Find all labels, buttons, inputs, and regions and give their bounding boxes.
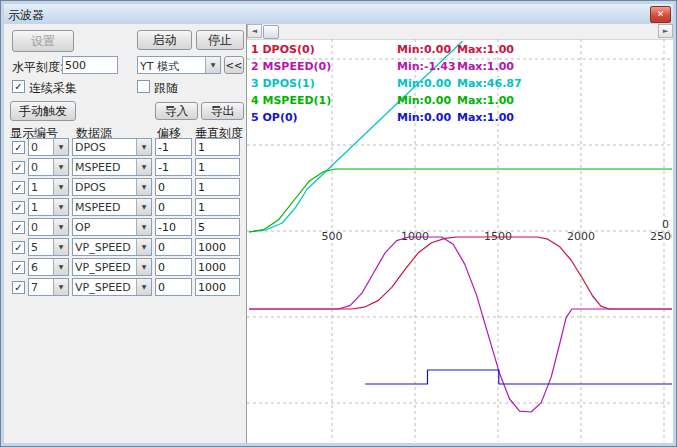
export-button[interactable]: 导出	[201, 102, 244, 120]
chevron-down-icon: ▼	[53, 199, 68, 215]
row-offset-input[interactable]	[155, 278, 192, 296]
row-number-select[interactable]: 0▼	[28, 218, 69, 236]
row-vscale-input[interactable]	[195, 278, 240, 296]
row-show-checkbox[interactable]: ✓	[12, 201, 25, 214]
row-vscale-input[interactable]	[195, 258, 240, 276]
stop-button[interactable]: 停止	[196, 30, 244, 50]
row-source-value: VP_SPEED	[75, 281, 131, 294]
legend-min: Min:0.00	[397, 111, 451, 124]
row-source-value: MSPEED	[75, 161, 120, 174]
row-offset-input[interactable]	[155, 178, 192, 196]
row-offset-input[interactable]	[155, 258, 192, 276]
chevron-down-icon: ▼	[136, 139, 151, 155]
row-show-checkbox[interactable]: ✓	[12, 221, 25, 234]
check-icon: ✓	[13, 142, 24, 153]
row-offset-input[interactable]	[155, 138, 192, 156]
checkbox-checked: ✓	[12, 80, 25, 93]
row-offset-input[interactable]	[155, 238, 192, 256]
row-source-select[interactable]: OP▼	[72, 218, 152, 236]
row-source-select[interactable]: MSPEED▼	[72, 198, 152, 216]
import-button[interactable]: 导入	[155, 102, 198, 120]
row-number-select[interactable]: 1▼	[28, 198, 69, 216]
row-offset-input[interactable]	[155, 218, 192, 236]
row-source-select[interactable]: DPOS▼	[72, 178, 152, 196]
legend-max: Max:1.00	[457, 43, 514, 56]
row-number-select[interactable]: 0▼	[28, 158, 69, 176]
legend-label: 5 OP(0)	[251, 111, 298, 124]
titlebar[interactable]: 示波器 ✕	[4, 4, 673, 24]
mode-value: YT 模式	[140, 59, 179, 74]
row-vscale-input[interactable]	[195, 138, 240, 156]
x-tick-label: 500	[322, 230, 343, 243]
row-show-checkbox[interactable]: ✓	[12, 181, 25, 194]
row-number-value: 7	[31, 281, 38, 294]
settings-button[interactable]: 设置	[12, 30, 74, 52]
row-number-value: 1	[31, 181, 38, 194]
scroll-left-button[interactable]: ◄	[247, 24, 262, 38]
row-number-select[interactable]: 0▼	[28, 138, 69, 156]
close-button[interactable]: ✕	[650, 6, 671, 23]
chevron-down-icon: ▼	[53, 179, 68, 195]
start-button[interactable]: 启动	[137, 30, 192, 50]
row-number-select[interactable]: 5▼	[28, 238, 69, 256]
row-source-value: VP_SPEED	[75, 241, 131, 254]
row-vscale-input[interactable]	[195, 178, 240, 196]
hscale-input[interactable]	[62, 56, 118, 74]
row-source-select[interactable]: MSPEED▼	[72, 158, 152, 176]
window-title: 示波器	[8, 7, 44, 24]
scrollbar-thumb[interactable]	[263, 25, 279, 39]
row-source-select[interactable]: VP_SPEED▼	[72, 238, 152, 256]
row-offset-input[interactable]	[155, 198, 192, 216]
chart-hscrollbar[interactable]: ◄ ►	[247, 24, 673, 40]
follow-checkbox[interactable]: 跟随	[137, 80, 197, 94]
scroll-right-button[interactable]: ►	[658, 24, 673, 38]
table-row: ✓ 0▼ MSPEED▼	[4, 158, 246, 177]
row-offset-input[interactable]	[155, 158, 192, 176]
row-show-checkbox[interactable]: ✓	[12, 281, 25, 294]
oscilloscope-window: 示波器 ✕ 设置 启动 停止 水平刻度: YT 模式 ▼ << ✓ 连续采集 跟…	[0, 0, 677, 447]
row-vscale-input[interactable]	[195, 198, 240, 216]
client-area: 设置 启动 停止 水平刻度: YT 模式 ▼ << ✓ 连续采集 跟随 手动触发…	[4, 24, 673, 443]
series-OP(0)	[365, 370, 672, 384]
legend-max: Max:1.00	[457, 60, 514, 73]
series-MSPEED(0)	[249, 237, 672, 412]
row-number-value: 1	[31, 201, 38, 214]
table-row: ✓ 6▼ VP_SPEED▼	[4, 258, 246, 277]
chevron-down-icon: ▼	[53, 219, 68, 235]
row-source-value: VP_SPEED	[75, 261, 131, 274]
check-icon: ✓	[13, 282, 24, 293]
row-number-value: 5	[31, 241, 38, 254]
chart-panel: ◄ ► 1 DPOS(0) Min:0.00 Max:1.00 2 MSPEED…	[246, 24, 673, 443]
table-row: ✓ 0▼ OP▼	[4, 218, 246, 237]
chevron-down-icon: ▼	[136, 219, 151, 235]
series-DPOS(0)	[249, 237, 672, 309]
manual-trigger-button[interactable]: 手动触发	[10, 101, 76, 121]
row-show-checkbox[interactable]: ✓	[12, 161, 25, 174]
row-vscale-input[interactable]	[195, 238, 240, 256]
row-source-select[interactable]: DPOS▼	[72, 138, 152, 156]
row-source-value: DPOS	[75, 181, 106, 194]
check-icon: ✓	[13, 182, 24, 193]
row-number-select[interactable]: 1▼	[28, 178, 69, 196]
mode-select[interactable]: YT 模式 ▼	[137, 56, 221, 74]
continuous-capture-checkbox[interactable]: ✓ 连续采集	[12, 80, 102, 94]
chevron-down-icon: ▼	[136, 239, 151, 255]
row-number-select[interactable]: 6▼	[28, 258, 69, 276]
row-number-value: 6	[31, 261, 38, 274]
continuous-capture-label: 连续采集	[29, 80, 77, 97]
close-icon: ✕	[657, 9, 665, 19]
row-show-checkbox[interactable]: ✓	[12, 261, 25, 274]
row-number-select[interactable]: 7▼	[28, 278, 69, 296]
control-panel: 设置 启动 停止 水平刻度: YT 模式 ▼ << ✓ 连续采集 跟随 手动触发…	[4, 24, 246, 443]
row-vscale-input[interactable]	[195, 218, 240, 236]
row-vscale-input[interactable]	[195, 158, 240, 176]
row-show-checkbox[interactable]: ✓	[12, 241, 25, 254]
x-tick-label: 2500	[650, 230, 672, 243]
chevron-down-icon: ▼	[53, 239, 68, 255]
table-header: 显示 编号 数据源 偏移 垂直刻度	[4, 125, 246, 139]
legend-label: 1 DPOS(0)	[251, 43, 315, 56]
row-source-select[interactable]: VP_SPEED▼	[72, 278, 152, 296]
collapse-panel-button[interactable]: <<	[224, 56, 244, 74]
row-source-select[interactable]: VP_SPEED▼	[72, 258, 152, 276]
row-show-checkbox[interactable]: ✓	[12, 141, 25, 154]
